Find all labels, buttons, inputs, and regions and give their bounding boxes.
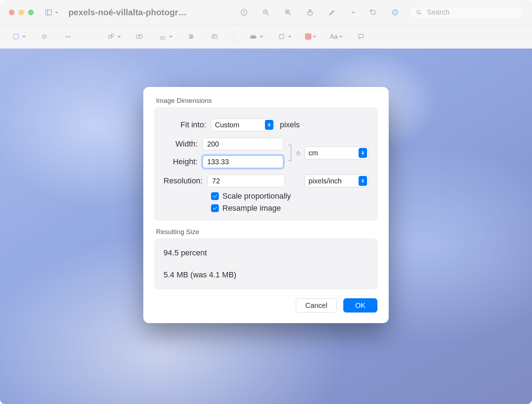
size-unit-value: cm [309, 149, 318, 157]
resolution-field[interactable] [207, 175, 285, 187]
height-input[interactable] [206, 157, 279, 166]
height-field[interactable] [203, 155, 283, 168]
fit-into-unit: pixels [280, 120, 300, 129]
resolution-unit-value: pixels/inch [309, 177, 342, 185]
resolution-unit-select[interactable]: pixels/inch [305, 175, 368, 187]
resolution-input[interactable] [211, 177, 281, 186]
svg-rect-34 [297, 153, 300, 155]
check-icon [212, 205, 218, 211]
aspect-lock[interactable] [287, 140, 301, 165]
resulting-percent: 94.5 percent [164, 248, 368, 258]
resulting-size-label: Resulting Size [156, 228, 377, 236]
width-label: Width: [164, 139, 198, 149]
select-stepper-icon [359, 148, 367, 158]
fit-into-value: Custom [215, 121, 239, 129]
width-field[interactable] [203, 138, 283, 150]
modal-overlay: Image Dimensions Fit into: Custom pixels… [0, 0, 532, 404]
resample-image-checkbox[interactable] [211, 204, 219, 212]
image-dimensions-panel: Fit into: Custom pixels Width: [155, 107, 377, 220]
select-stepper-icon [265, 120, 273, 130]
ok-button[interactable]: OK [343, 298, 377, 312]
resample-image-label: Resample image [222, 204, 281, 213]
image-dimensions-dialog: Image Dimensions Fit into: Custom pixels… [143, 87, 389, 323]
height-label: Height: [164, 157, 198, 166]
width-input[interactable] [206, 140, 279, 149]
cancel-button[interactable]: Cancel [296, 298, 337, 312]
resolution-label: Resolution: [164, 176, 203, 186]
scale-proportionally-label: Scale proportionally [222, 192, 291, 201]
app-window: pexels-noé-villalta-photogr… [0, 0, 532, 404]
size-unit-select[interactable]: cm [305, 146, 368, 159]
fit-into-label: Fit into: [164, 120, 206, 129]
resulting-filesize: 5.4 MB (was 4.1 MB) [164, 270, 368, 280]
select-stepper-icon [359, 176, 367, 186]
fit-into-select[interactable]: Custom [211, 118, 275, 131]
scale-proportionally-checkbox[interactable] [211, 192, 219, 200]
image-dimensions-label: Image Dimensions [156, 97, 377, 105]
resulting-size-panel: 94.5 percent 5.4 MB (was 4.1 MB) [155, 239, 377, 289]
check-icon [212, 193, 218, 199]
